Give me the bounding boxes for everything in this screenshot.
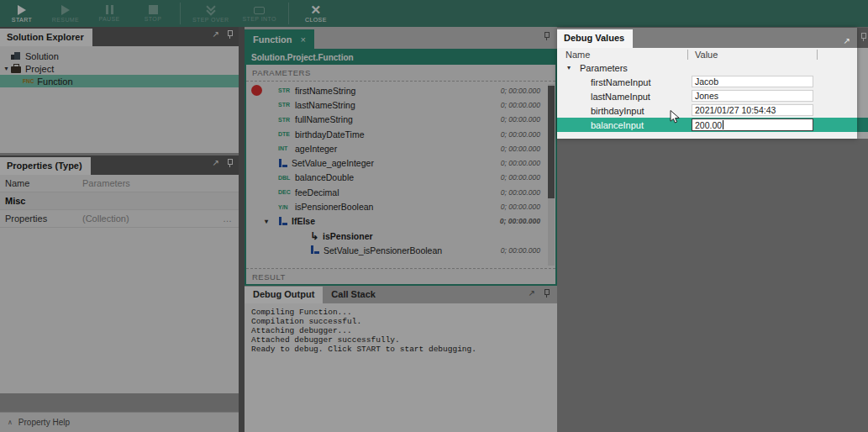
debug-values-header: Debug Values ↗ (557, 28, 857, 48)
expander-icon[interactable]: ▾ (265, 218, 268, 225)
debug-value-text: 2021/01/27 10:54:43 (695, 105, 776, 115)
debug-value-input-firstNameInput[interactable]: Jacob (692, 76, 813, 87)
pin-icon[interactable] (860, 33, 867, 41)
float-window-icon[interactable]: ↗ (213, 30, 219, 39)
debug-value-row-birthdayInput[interactable]: birthdayInput2021/01/27 10:54:43 (557, 103, 857, 118)
tab-close-icon[interactable]: × (300, 34, 305, 45)
property-label: Name (5, 178, 82, 188)
browse-ellipsis-button[interactable]: … (223, 213, 234, 224)
column-divider[interactable] (687, 50, 688, 60)
debug-value-name: balanceInput (557, 120, 644, 130)
left-column: Solution Explorer ↗ Solution▾ProjectFNCF… (0, 27, 239, 432)
start-button[interactable]: START (0, 0, 44, 27)
sidebar-item-function[interactable]: FNCFunction (0, 75, 239, 87)
debug-value-row-balanceInput[interactable]: balanceInput200.00 (557, 118, 857, 132)
type-badge: INT (278, 145, 291, 151)
solution-explorer-header: Solution Explorer ↗ (0, 27, 239, 46)
toolbar-button-label: RESUME (52, 17, 79, 23)
expander-icon[interactable]: ▾ (567, 64, 571, 71)
parameter-row[interactable]: STRfullNameString0; 00:00.000 (246, 113, 555, 127)
parameter-row[interactable]: DECfeeDecimal0; 00:00.000 (246, 185, 555, 199)
parameter-row[interactable]: DTEbirthdayDateTime0; 00:00.000 (246, 127, 555, 141)
parameter-name: fullNameString (295, 114, 353, 124)
parameter-row[interactable]: SetValue_isPensionerBoolean0; 00:00.000 (246, 243, 555, 257)
stop-icon (149, 5, 158, 14)
sidebar-item-project[interactable]: ▾Project (0, 62, 239, 75)
setvalue-icon (310, 245, 319, 255)
tab-call-stack[interactable]: Call Stack (323, 287, 384, 303)
property-value: (Collection) (82, 213, 223, 224)
toolbar-group-divider (180, 3, 181, 24)
parameter-name: firstNameString (295, 86, 355, 96)
debug-value-input-birthdayInput[interactable]: 2021/01/27 10:54:43 (692, 104, 813, 116)
float-window-icon[interactable]: ↗ (213, 159, 219, 167)
property-row-misc[interactable]: Misc (0, 192, 239, 210)
debug-value-name: birthdayInput (557, 106, 644, 116)
tree-item-label: Project (25, 64, 54, 74)
pause-button: PAUSE (87, 0, 131, 27)
debug-values-title: Debug Values (557, 29, 633, 48)
pin-icon[interactable] (226, 159, 234, 167)
pin-icon[interactable] (226, 30, 234, 39)
parameter-name: isPensionerBoolean (295, 202, 373, 212)
parameters-section-label: PARAMETERS (246, 65, 555, 81)
parameter-row[interactable]: SetValue_ageInteger0; 00:00.000 (246, 155, 555, 170)
column-name: Name (557, 50, 687, 60)
toolbar-button-label: STOP (145, 16, 162, 22)
parameter-name: IfElse (292, 216, 315, 226)
panel-splitter[interactable] (239, 27, 245, 432)
sidebar-item-solution[interactable]: Solution (0, 50, 239, 62)
property-row-properties[interactable]: Properties(Collection)… (0, 210, 239, 228)
column-divider[interactable] (817, 50, 818, 60)
float-window-icon[interactable]: ↗ (529, 289, 535, 298)
expander-icon[interactable]: ▾ (2, 65, 11, 72)
debug-value-row-Parameters[interactable]: ▾Parameters (557, 61, 857, 75)
step-into-icon (254, 7, 265, 14)
property-row-name[interactable]: NameParameters (0, 175, 239, 192)
type-badge: STR (278, 87, 291, 93)
debug-value-row-firstNameInput[interactable]: firstNameInputJacob (557, 75, 857, 89)
debug-value-name: lastNameInput (557, 92, 650, 102)
parameter-row[interactable]: ↳isPensioner (246, 229, 555, 243)
text-caret (723, 120, 723, 129)
branch-arrow-icon: ↳ (310, 232, 318, 240)
debug-value-row-lastNameInput[interactable]: lastNameInputJones (557, 89, 857, 103)
play-icon (61, 5, 70, 15)
parameter-name: feeDecimal (295, 187, 339, 198)
pin-icon[interactable] (543, 32, 550, 40)
parameter-row[interactable]: Y/NisPensionerBoolean0; 00:00.000 (246, 199, 555, 213)
parameter-name: lastNameString (295, 100, 355, 110)
scrollbar-thumb[interactable] (548, 86, 555, 198)
toolbar-button-label: CLOSE (305, 17, 327, 23)
debug-values-edge-strip (857, 28, 868, 48)
tree-item-label: Function (37, 76, 72, 87)
property-help-label: Property Help (18, 418, 70, 427)
parameter-name: ageInteger (295, 144, 337, 154)
collapse-chevron-icon: ∧ (8, 419, 13, 426)
pause-icon (106, 5, 113, 14)
parameter-row[interactable]: STRfirstNameString0; 00:00.000 (246, 83, 555, 97)
parameter-row[interactable]: STRlastNameString0; 00:00.000 (246, 97, 555, 112)
debug-output-text: Compiling Function... Compilation succes… (245, 303, 557, 432)
tab-debug-output[interactable]: Debug Output (245, 287, 323, 303)
parameter-name: isPensioner (323, 231, 373, 241)
debug-value-input-balanceInput[interactable]: 200.00 (692, 119, 813, 131)
float-window-icon[interactable]: ↗ (844, 37, 850, 45)
close-button[interactable]: ✕CLOSE (294, 0, 338, 27)
parameter-row[interactable]: INTageInteger0; 00:00.000 (246, 141, 555, 155)
breakpoint-icon[interactable] (251, 85, 262, 96)
parameter-name: balanceDouble (295, 172, 354, 182)
debug-output-panel: Debug OutputCall Stack ↗ Compiling Funct… (245, 286, 557, 432)
parameter-row[interactable]: DBLbalanceDouble0; 00:00.000 (246, 171, 555, 185)
property-help-bar[interactable]: ∧ Property Help (0, 412, 239, 432)
tab-function-label: Function (253, 34, 292, 45)
play-icon (18, 5, 26, 15)
result-section-label: RESULT (246, 269, 555, 284)
tab-function[interactable]: Function × (245, 29, 314, 49)
debug-value-input-lastNameInput[interactable]: Jones (692, 90, 813, 102)
debug-output-tabstrip: Debug OutputCall Stack ↗ (245, 286, 557, 303)
vertical-scrollbar[interactable] (548, 84, 555, 266)
stop-button: STOP (131, 0, 175, 27)
pin-icon[interactable] (543, 289, 550, 298)
parameter-row[interactable]: ▾IfElse0; 00:00.000 (246, 214, 555, 229)
